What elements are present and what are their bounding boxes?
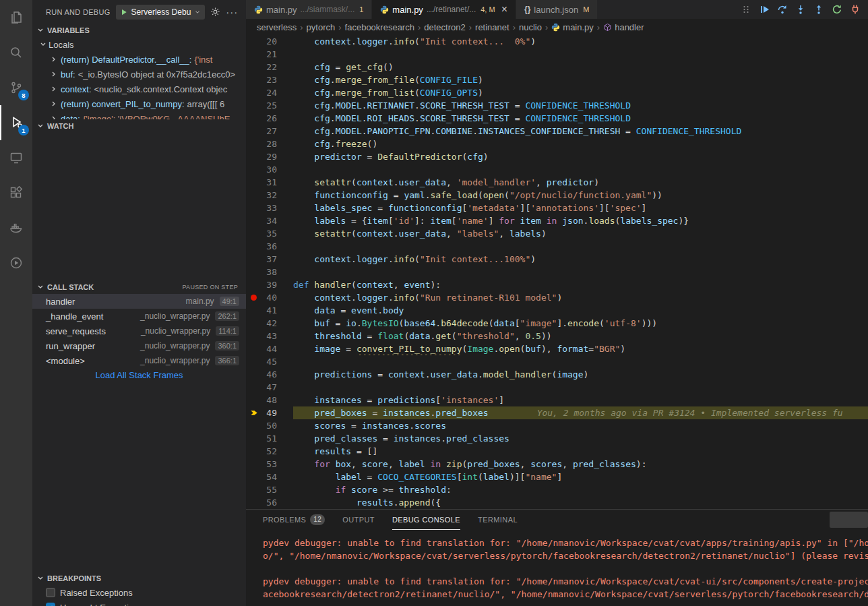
glyph-margin[interactable]: [246, 317, 262, 330]
glyph-margin[interactable]: [246, 214, 262, 227]
line-text[interactable]: [293, 163, 868, 176]
glyph-margin[interactable]: [246, 125, 262, 138]
panel-tab[interactable]: DEBUG CONSOLE: [392, 510, 460, 530]
line-text[interactable]: predictor = DefaultPredictor(cfg): [293, 150, 868, 163]
code-line[interactable]: 25 cfg.MODEL.RETINANET.SCORE_THRESH_TEST…: [246, 99, 868, 112]
glyph-margin[interactable]: [246, 227, 262, 240]
line-text[interactable]: context.logger.info("Init context... 0%"…: [293, 35, 868, 48]
code-line[interactable]: 42 buf = io.BytesIO(base64.b64decode(dat…: [246, 317, 868, 330]
breadcrumb-item[interactable]: nuclio: [519, 22, 542, 32]
code-line[interactable]: 50 scores = instances.scores: [246, 419, 868, 432]
code-line[interactable]: 22 cfg = get_cfg(): [246, 61, 868, 73]
breakpoint-item[interactable]: Raised Exceptions: [32, 585, 246, 600]
code-line[interactable]: 47: [246, 381, 868, 394]
line-text[interactable]: instances = predictions['instances']: [293, 394, 868, 406]
code-line[interactable]: 46 predictions = context.user_data.model…: [246, 368, 868, 381]
code-line[interactable]: 45: [246, 355, 868, 368]
code-line[interactable]: 31 setattr(context.user_data, 'model_han…: [246, 176, 868, 189]
line-text[interactable]: functionconfig = yaml.safe_load(open("/o…: [293, 189, 868, 202]
debug-config-dropdown[interactable]: Serverless Debu: [116, 5, 206, 20]
activity-search[interactable]: [0, 35, 32, 70]
glyph-margin[interactable]: [246, 291, 262, 304]
glyph-margin[interactable]: [246, 381, 262, 394]
variable-item[interactable]: (return) DefaultPredictor.__call__:{'ins…: [32, 52, 246, 67]
code-line[interactable]: 53 for box, score, label in zip(pred_box…: [246, 458, 868, 471]
disconnect-button[interactable]: [849, 3, 861, 16]
line-text[interactable]: cfg = get_cfg(): [293, 61, 868, 73]
glyph-margin[interactable]: [246, 138, 262, 150]
line-text[interactable]: context.logger.info("Run retinanet-R101 …: [293, 291, 868, 304]
glyph-margin[interactable]: [246, 419, 262, 432]
line-text[interactable]: threshold = float(data.get("threshold", …: [293, 330, 868, 342]
code-line[interactable]: 55 if score >= threshold:: [246, 483, 868, 496]
activity-docker[interactable]: [0, 210, 32, 245]
call-stack-section-header[interactable]: CALL STACK PAUSED ON STEP: [32, 280, 246, 294]
line-text[interactable]: for box, score, label in zip(pred_boxes,…: [293, 458, 868, 471]
code-line[interactable]: 38: [246, 266, 868, 278]
line-text[interactable]: results.append({: [293, 496, 868, 509]
code-line[interactable]: 37 context.logger.info("Init context...1…: [246, 253, 868, 266]
line-text[interactable]: [293, 240, 868, 253]
editor-tab[interactable]: {}launch.jsonM: [516, 0, 598, 19]
line-text[interactable]: cfg.MODEL.PANOPTIC_FPN.COMBINE.INSTANCES…: [293, 125, 868, 138]
glyph-margin[interactable]: [246, 48, 262, 61]
activity-run-circle[interactable]: [0, 245, 32, 280]
panel-tab[interactable]: PROBLEMS12: [263, 510, 325, 530]
code-line[interactable]: 32 functionconfig = yaml.safe_load(open(…: [246, 189, 868, 202]
code-line[interactable]: 56 results.append({: [246, 496, 868, 509]
code-line[interactable]: 41 data = event.body: [246, 304, 868, 317]
glyph-margin[interactable]: [246, 112, 262, 125]
variable-item[interactable]: data:{'image': 'iVBORw0KG...AAAANSUhE: [32, 111, 246, 119]
variable-item[interactable]: context:<nuclio_sdk.context.Context obje…: [32, 82, 246, 96]
console-output[interactable]: pydev debugger: unable to find translati…: [246, 530, 868, 601]
code-line[interactable]: 28 cfg.freeze(): [246, 138, 868, 150]
glyph-margin[interactable]: [246, 330, 262, 342]
line-text[interactable]: [293, 48, 868, 61]
code-line[interactable]: 36: [246, 240, 868, 253]
line-text[interactable]: cfg.MODEL.ROI_HEADS.SCORE_THRESH_TEST = …: [293, 112, 868, 125]
activity-explorer[interactable]: [0, 0, 32, 35]
stack-frame[interactable]: <module>_nuclio_wrapper.py366:1: [32, 353, 246, 368]
code-line[interactable]: 30: [246, 163, 868, 176]
panel-tab[interactable]: OUTPUT: [342, 510, 375, 530]
line-text[interactable]: setattr(context.user_data, 'model_handle…: [293, 176, 868, 189]
line-text[interactable]: labels = {item['id']: item['name'] for i…: [293, 214, 868, 227]
breadcrumb-item[interactable]: facebookresearch: [345, 22, 414, 32]
line-text[interactable]: labels_spec = functionconfig['metadata']…: [293, 202, 868, 214]
line-text[interactable]: image = convert_PIL_to_numpy(Image.open(…: [293, 342, 868, 355]
breadcrumb-item[interactable]: retinanet: [475, 22, 509, 32]
glyph-margin[interactable]: [246, 253, 262, 266]
line-text[interactable]: predictions = context.user_data.model_ha…: [293, 368, 868, 381]
code-line[interactable]: 51 pred_classes = instances.pred_classes: [246, 432, 868, 445]
code-line[interactable]: 33 labels_spec = functionconfig['metadat…: [246, 202, 868, 214]
checkbox[interactable]: [46, 588, 55, 597]
line-text[interactable]: [293, 355, 868, 368]
stack-frame[interactable]: run_wrapper_nuclio_wrapper.py360:1: [32, 338, 246, 353]
line-text[interactable]: [293, 266, 868, 278]
glyph-margin[interactable]: [246, 150, 262, 163]
glyph-margin[interactable]: [246, 163, 262, 176]
line-text[interactable]: pred_classes = instances.pred_classes: [293, 432, 868, 445]
glyph-margin[interactable]: [246, 61, 262, 73]
editor-tab[interactable]: main.py.../siammask/...1: [246, 0, 372, 19]
glyph-margin[interactable]: [246, 368, 262, 381]
watch-section-header[interactable]: WATCH: [32, 119, 246, 133]
line-text[interactable]: scores = instances.scores: [293, 419, 868, 432]
code-line[interactable]: 54 label = COCO_CATEGORIES[int(label)]["…: [246, 471, 868, 483]
line-text[interactable]: cfg.merge_from_list(CONFIG_OPTS): [293, 86, 868, 99]
line-text[interactable]: cfg.freeze(): [293, 138, 868, 150]
glyph-margin[interactable]: [246, 432, 262, 445]
glyph-margin[interactable]: [246, 278, 262, 291]
activity-remote-explorer[interactable]: [0, 140, 32, 175]
variable-item[interactable]: buf:<_io.BytesIO object at 0x7f5a2dc1ecc…: [32, 67, 246, 82]
breakpoints-section-header[interactable]: BREAKPOINTS: [32, 572, 246, 585]
code-line[interactable]: 23 cfg.merge_from_file(CONFIG_FILE): [246, 73, 868, 86]
glyph-margin[interactable]: [246, 458, 262, 471]
glyph-margin[interactable]: [246, 406, 262, 419]
line-text[interactable]: label = COCO_CATEGORIES[int(label)]["nam…: [293, 471, 868, 483]
load-all-stack-frames-link[interactable]: Load All Stack Frames: [32, 370, 246, 380]
breadcrumb-item[interactable]: handler: [603, 22, 644, 32]
code-line[interactable]: 39def handler(context, event):: [246, 278, 868, 291]
variables-section-header[interactable]: VARIABLES: [32, 24, 246, 37]
line-text[interactable]: data = event.body: [293, 304, 868, 317]
